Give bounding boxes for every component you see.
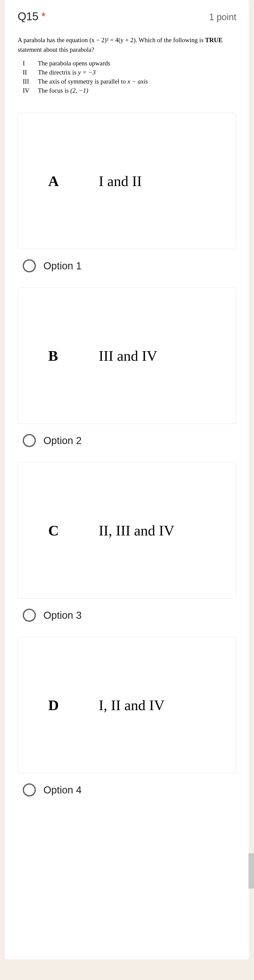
statement-text-before: The axis of symmetry is parallel to <box>38 78 127 85</box>
option-image-c: C II, III and IV <box>17 462 237 598</box>
stem-bold: TRUE <box>205 37 222 43</box>
option-block-c: C II, III and IV Option 3 <box>17 462 237 622</box>
radio-circle-icon <box>23 783 36 797</box>
statement-italic: y = −3 <box>78 69 96 76</box>
option-answer: II, III and IV <box>99 522 175 539</box>
option-letter: C <box>48 522 99 539</box>
statement-num: II <box>17 68 38 77</box>
stem-intro-after: . Which of the following is <box>136 37 205 43</box>
statement-num: I <box>17 59 38 68</box>
option-answer: I, II and IV <box>99 697 165 714</box>
question-title: Q15 * <box>17 10 46 23</box>
statement-text: The focus is (2, −1) <box>38 86 148 95</box>
statement-text: The directrix is y = −3 <box>38 68 148 77</box>
radio-option-2[interactable]: Option 2 <box>17 434 237 447</box>
radio-circle-icon <box>23 259 36 272</box>
option-image-b: B III and IV <box>17 288 237 424</box>
option-block-d: D I, II and IV Option 4 <box>17 637 237 797</box>
statement-row: III The axis of symmetry is parallel to … <box>17 77 148 86</box>
stem-intro-before: A parabola has the equation <box>17 37 89 43</box>
statement-text: The axis of symmetry is parallel to x − … <box>38 77 148 86</box>
question-card: Q15 * 1 point A parabola has the equatio… <box>5 0 249 959</box>
statement-text-before: The focus is <box>38 87 70 94</box>
radio-circle-icon <box>23 609 36 622</box>
option-answer: III and IV <box>99 347 157 364</box>
option-block-a: A I and II Option 1 <box>17 113 237 272</box>
option-letter: A <box>48 173 99 189</box>
statement-row: IV The focus is (2, −1) <box>17 86 148 95</box>
option-letter: B <box>48 347 99 364</box>
stem-intro-end: statement about this parabola? <box>17 46 94 53</box>
scrollbar-thumb[interactable] <box>248 853 254 889</box>
stem-equation: (x − 2)² = 4(y + 2) <box>89 37 136 43</box>
question-header: Q15 * 1 point <box>17 10 237 23</box>
statement-num: IV <box>17 86 38 95</box>
option-answer: I and II <box>99 173 142 189</box>
question-stem: A parabola has the equation (x − 2)² = 4… <box>17 35 237 54</box>
radio-circle-icon <box>23 434 36 447</box>
statement-num: III <box>17 77 38 86</box>
statement-italic: x − axis <box>127 78 148 85</box>
option-image-d: D I, II and IV <box>17 637 237 773</box>
option-image-a: A I and II <box>17 113 237 249</box>
option-block-b: B III and IV Option 2 <box>17 288 237 447</box>
required-asterisk: * <box>41 10 46 22</box>
radio-option-3[interactable]: Option 3 <box>17 609 237 622</box>
radio-option-4[interactable]: Option 4 <box>17 783 237 797</box>
question-points: 1 point <box>209 12 237 22</box>
statements-table: I The parabola opens upwards II The dire… <box>17 59 148 95</box>
statement-text: The parabola opens upwards <box>38 59 148 68</box>
radio-option-1[interactable]: Option 1 <box>17 259 237 272</box>
statement-row: II The directrix is y = −3 <box>17 68 148 77</box>
radio-label: Option 4 <box>43 784 81 796</box>
question-number: Q15 <box>17 10 38 22</box>
statement-italic: (2, −1) <box>70 87 88 94</box>
radio-label: Option 1 <box>43 260 81 272</box>
option-letter: D <box>48 697 99 714</box>
statement-row: I The parabola opens upwards <box>17 59 148 68</box>
radio-label: Option 3 <box>43 610 81 621</box>
radio-label: Option 2 <box>43 435 81 446</box>
statement-text-before: The directrix is <box>38 69 78 76</box>
